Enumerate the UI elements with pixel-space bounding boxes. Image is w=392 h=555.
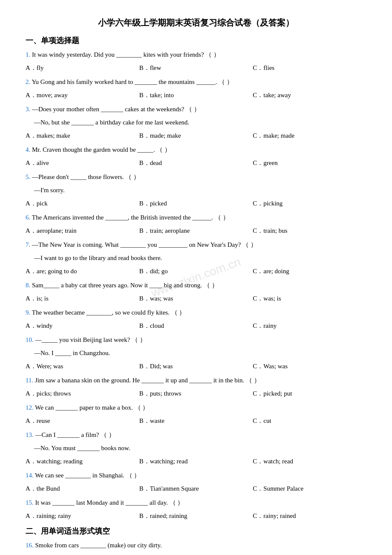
question-number: 3. [26, 106, 30, 113]
option-a: A．move; away [26, 90, 139, 101]
question-block: 16. Smoke from cars ________ (make) our … [26, 540, 366, 551]
options-row: A．aliveB．deadC．green [26, 157, 366, 169]
question-text: 13. —Can I _______ a film? （ ） [26, 429, 366, 441]
option-b: B．flew [139, 62, 253, 74]
question-text: 10. —_____ you visit Beijing last week? … [26, 334, 366, 346]
question-number: 7. [26, 241, 30, 248]
question-block: 14. We can see ________ in Shanghai. （ ）… [26, 470, 366, 494]
option-b: B．take; into [139, 90, 253, 101]
question-block: 11. Jim saw a banana skin on the ground.… [26, 375, 366, 399]
option-b: B．rained; raining [139, 510, 253, 522]
question-number: 2. [26, 78, 30, 85]
question-subtext: —No. I _____ in Changzhou. [26, 347, 366, 359]
question-number: 9. [26, 309, 30, 316]
option-b: B．did; go [139, 266, 253, 277]
option-a: A．is; is [26, 293, 139, 304]
question-block: 12. We can _______ paper to make a box. … [26, 402, 366, 427]
options-row: A．picks; throwsB．puts; throwsC．picked; p… [26, 388, 366, 399]
question-text: 4. Mr. Craven thought the garden would b… [26, 144, 366, 156]
options-row: A．move; awayB．take; intoC．take; away [26, 90, 366, 101]
option-b: B．was; was [139, 293, 253, 304]
question-text: 7. —The New Year is coming. What _______… [26, 239, 366, 251]
option-b: B．Did; was [139, 361, 253, 372]
options-row: A．is; isB．was; wasC．was; is [26, 293, 366, 304]
options-row: A．are; going to doB．did; goC．are; doing [26, 266, 366, 277]
option-a: A．watching; reading [26, 456, 139, 467]
options-row: A．the BundB．Tian'anmen SquareC．Summer Pa… [26, 483, 366, 494]
question-number: 16. [26, 542, 34, 549]
question-subtext: —I want to go to the library and read bo… [26, 252, 366, 264]
options-row: A．makes; makeB．made; makeC．make; made [26, 130, 366, 142]
question-number: 10. [26, 336, 34, 343]
question-block: 8. Sam_____ a baby cat three years ago. … [26, 280, 366, 304]
question-block: 10. —_____ you visit Beijing last week? … [26, 334, 366, 372]
question-subtext: —I'm sorry. [26, 185, 366, 196]
question-text: 14. We can see ________ in Shanghai. （ ） [26, 470, 366, 481]
question-number: 4. [26, 146, 30, 153]
option-a: A．the Bund [26, 483, 139, 494]
question-block: 5. —Please don't _____ those flowers. （ … [26, 171, 366, 209]
question-block: 9. The weather became ________, so we co… [26, 307, 366, 332]
question-text: 3. —Does your mother often _______ cakes… [26, 104, 366, 115]
options-row: A．Were; wasB．Did; wasC．Was; was [26, 361, 366, 372]
question-text: 6. The Americans invented the _______, t… [26, 212, 366, 223]
option-a: A．reuse [26, 415, 139, 427]
question-number: 14. [26, 472, 34, 479]
question-block: 15. It was _______ last Monday and it __… [26, 497, 366, 522]
option-c: C．picked; put [253, 388, 366, 399]
question-number: 11. [26, 377, 33, 384]
question-block: 7. —The New Year is coming. What _______… [26, 239, 366, 277]
options-row: A．pickB．pickedC．picking [26, 198, 366, 209]
option-b: B．puts; throws [139, 388, 253, 399]
section2-title: 二、用单词适当形式填空 [26, 526, 366, 536]
option-c: C．green [253, 157, 366, 169]
question-block: 13. —Can I _______ a film? （ ）—No. You m… [26, 429, 366, 467]
option-b: B．watching; read [139, 456, 253, 467]
question-text: 16. Smoke from cars ________ (make) our … [26, 540, 366, 551]
option-a: A．picks; throws [26, 388, 139, 399]
options-row: A．windyB．cloudC．rainy [26, 320, 366, 332]
question-subtext: —No. You must _______ books now. [26, 442, 366, 454]
page-title: 小学六年级上学期期末英语复习综合试卷（及答案） [26, 17, 366, 29]
question-number: 12. [26, 404, 34, 411]
question-text: 12. We can _______ paper to make a box. … [26, 402, 366, 413]
options-row: A．aeroplane; trainB．train; aeroplaneC．tr… [26, 225, 366, 237]
options-row: A．flyB．flewC．flies [26, 62, 366, 74]
option-c: C．are; doing [253, 266, 366, 277]
option-c: C．flies [253, 62, 366, 74]
option-c: C．take; away [253, 90, 366, 101]
option-b: B．waste [139, 415, 253, 427]
question-block: 2. Yu Gong and his family worked hard to… [26, 76, 366, 101]
option-c: C．make; made [253, 130, 366, 142]
option-a: A．Were; was [26, 361, 139, 372]
option-b: B．dead [139, 157, 253, 169]
question-block: 1. It was windy yesterday. Did you _____… [26, 49, 366, 74]
question-number: 8. [26, 282, 30, 289]
option-b: B．picked [139, 198, 253, 209]
question-block: 3. —Does your mother often _______ cakes… [26, 104, 366, 142]
option-a: A．raining; rainy [26, 510, 139, 522]
option-b: B．cloud [139, 320, 253, 332]
option-c: C．picking [253, 198, 366, 209]
question-block: 6. The Americans invented the _______, t… [26, 212, 366, 237]
question-number: 15. [26, 499, 34, 506]
options-row: A．raining; rainyB．rained; rainingC．rainy… [26, 510, 366, 522]
question-text: 5. —Please don't _____ those flowers. （ … [26, 171, 366, 183]
question-text: 2. Yu Gong and his family worked hard to… [26, 76, 366, 88]
question-number: 1. [26, 51, 30, 58]
question-text: 8. Sam_____ a baby cat three years ago. … [26, 280, 366, 291]
option-b: B．train; aeroplane [139, 225, 253, 237]
question-text: 15. It was _______ last Monday and it __… [26, 497, 366, 509]
section1-title: 一、单项选择题 [26, 35, 366, 46]
question-text: 9. The weather became ________, so we co… [26, 307, 366, 318]
option-a: A．windy [26, 320, 139, 332]
option-a: A．aeroplane; train [26, 225, 139, 237]
option-b: B．made; make [139, 130, 253, 142]
question-number: 13. [26, 431, 34, 438]
option-a: A．are; going to do [26, 266, 139, 277]
option-c: C．was; is [253, 293, 366, 304]
option-a: A．pick [26, 198, 139, 209]
question-text: 1. It was windy yesterday. Did you _____… [26, 49, 366, 61]
question-number: 6. [26, 214, 30, 221]
option-c: C．Summer Palace [253, 483, 366, 494]
